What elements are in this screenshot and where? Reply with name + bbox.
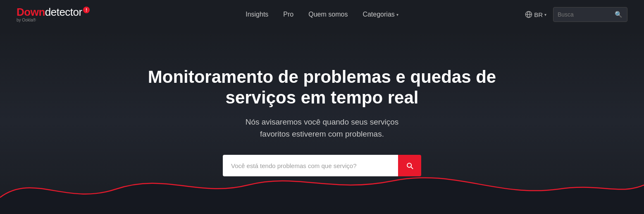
lang-label: BR [534,11,543,18]
hero-subtitle-line1: Nós avisaremos você quando seus serviços [246,118,399,126]
logo-byookla: by Ookla® [17,18,90,22]
lang-chevron-icon: ▾ [544,12,546,17]
hero-search-input[interactable] [223,155,398,176]
logo[interactable]: Downdetector! by Ookla® [17,7,90,22]
nav-insights[interactable]: Insights [246,11,268,18]
search-icon [405,161,414,170]
nav-insights-label: Insights [246,11,268,18]
nav-categorias[interactable]: Categorias ▾ [363,11,398,18]
header-search-icon[interactable]: 🔍 [611,11,626,18]
globe-icon [525,11,532,18]
nav-quem-somos-label: Quem somos [308,11,348,18]
logo-down: Down [17,6,45,18]
lang-selector[interactable]: BR ▾ [525,11,546,18]
main-nav: Insights Pro Quem somos Categorias ▾ [246,11,398,18]
nav-pro-label: Pro [283,11,293,18]
nav-quem-somos[interactable]: Quem somos [308,11,348,18]
nav-pro[interactable]: Pro [283,11,293,18]
hero-section: Monitoramento de problemas e quedas de s… [0,29,644,214]
nav-categorias-label: Categorias [363,11,394,18]
header-search-input[interactable] [553,11,611,18]
header-search-box[interactable]: 🔍 [553,7,627,22]
header: Downdetector! by Ookla® Insights Pro Que… [0,0,644,29]
hero-subtitle: Nós avisaremos você quando seus serviços… [246,116,399,140]
hero-subtitle-line2: favoritos estiverem com problemas. [260,130,384,138]
hero-search-form [223,155,421,176]
logo-exclaim: ! [83,7,90,13]
hero-search-button[interactable] [398,155,421,176]
logo-detector: detector [45,6,82,18]
chevron-down-icon: ▾ [396,12,398,17]
hero-title: Monitoramento de problemas e quedas de s… [136,67,508,108]
header-right: BR ▾ 🔍 [525,7,627,22]
